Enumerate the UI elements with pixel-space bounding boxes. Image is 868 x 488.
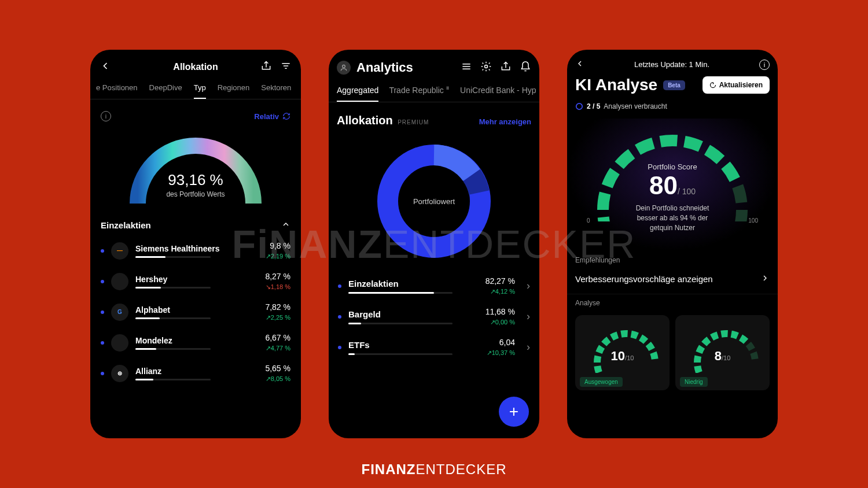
stock-row[interactable]: G Alphabet 7,82 % ↗2,25 %	[90, 297, 301, 327]
show-more-link[interactable]: Mehr anzeigen	[479, 117, 531, 126]
stock-row[interactable]: Hershey 8,27 % ↘1,18 %	[90, 266, 301, 297]
series-dot	[338, 346, 341, 349]
phone-analytics: Analytics AggregatedTrade Republic ⏸UniC…	[329, 50, 539, 438]
stock-name: Mondelez	[135, 336, 258, 345]
section-einzelaktien: Einzelaktien	[101, 220, 151, 230]
svg-point-7	[485, 65, 488, 68]
share-icon[interactable]	[500, 61, 512, 75]
category-row[interactable]: Einzelaktien 82,27 % ↗4,12 % ›	[329, 271, 539, 301]
category-name: Einzelaktien	[348, 279, 479, 289]
tab-e-positionen[interactable]: e Positionen	[96, 83, 138, 99]
tab-regionen[interactable]: Regionen	[218, 83, 250, 99]
chevron-right-icon: ›	[527, 310, 530, 323]
avatar-button[interactable]	[337, 61, 351, 75]
share-icon[interactable]	[260, 60, 272, 74]
score-value: 80	[649, 171, 678, 200]
stock-pct: 7,82 %	[265, 302, 290, 312]
category-name: ETFs	[348, 340, 480, 350]
gear-icon[interactable]	[480, 61, 492, 75]
stock-row[interactable]: ⊜ Allianz 5,65 % ↗8,05 %	[90, 358, 301, 389]
stock-change: ↗2,19 %	[266, 253, 290, 260]
recommendations-heading: Empfehlungen	[567, 252, 778, 267]
stock-name: Hershey	[135, 275, 258, 284]
category-row[interactable]: ETFs 6,04 ↗10,37 % ›	[329, 332, 539, 363]
tab-trade-republic[interactable]: Trade Republic ⏸	[389, 86, 450, 102]
category-pct: 82,27 %	[486, 276, 515, 286]
back-button[interactable]	[100, 60, 123, 74]
chevron-right-icon	[760, 273, 770, 284]
stock-row[interactable]: — Siemens Healthineers 9,8 % ↗2,19 %	[90, 235, 301, 266]
toggle-relativ[interactable]: Relativ	[254, 112, 290, 121]
series-dot	[101, 341, 104, 345]
category-row[interactable]: Bargeld 11,68 % ↗0,00 % ›	[329, 301, 539, 332]
info-icon[interactable]: i	[759, 60, 770, 70]
page-title: KI Analyse	[575, 76, 657, 94]
phones-row: Allokation e PositionenDeepDiveTypRegion…	[0, 0, 868, 488]
tab-sektoren[interactable]: Sektoren	[261, 83, 291, 99]
add-button[interactable]: +	[499, 397, 529, 427]
phone-ki-analyse: Letztes Update: 1 Min. i KI Analyse Beta…	[567, 50, 778, 438]
category-change: ↗10,37 %	[487, 349, 515, 357]
series-dot	[101, 310, 104, 314]
svg-point-9	[576, 103, 583, 110]
stock-logo: G	[111, 304, 128, 321]
last-update-label: Letztes Update: 1 Min.	[634, 60, 709, 69]
stock-pct: 8,27 %	[265, 272, 290, 281]
stock-name: Allianz	[135, 367, 258, 376]
info-icon[interactable]: i	[101, 111, 111, 121]
card-score: 10/10	[575, 349, 670, 364]
stock-logo: —	[111, 242, 128, 260]
stock-change: ↘1,18 %	[265, 283, 290, 291]
stock-name: Alphabet	[135, 305, 258, 315]
stock-name: Siemens Healthineers	[135, 244, 259, 253]
score-label: Portfolio Score	[567, 162, 778, 171]
series-dot	[101, 280, 104, 283]
score-gauge: Portfolio Score 80/ 100 Dein Portfolio s…	[567, 119, 778, 252]
series-dot	[101, 372, 104, 375]
category-pct: 11,68 %	[486, 307, 515, 316]
analyse-card[interactable]: 10/10 Ausgewogen	[575, 315, 670, 390]
stock-pct: 6,67 %	[265, 333, 290, 342]
stock-row[interactable]: Mondelez 6,67 % ↗4,77 %	[90, 327, 301, 358]
stock-logo	[111, 334, 128, 352]
gauge-chart: 93,16 % des Portfolio Werts	[90, 128, 301, 215]
page-title: Analytics	[356, 60, 455, 75]
gauge-value: 93,16 %	[90, 171, 301, 189]
analyse-card[interactable]: 8/10 Niedrig	[675, 315, 770, 390]
card-tag: Ausgewogen	[580, 377, 623, 387]
chevron-right-icon: ›	[527, 280, 530, 292]
stock-change: ↗8,05 %	[265, 375, 290, 383]
filter-icon[interactable]	[280, 60, 292, 74]
analyse-heading: Analyse	[567, 294, 778, 309]
series-dot	[338, 284, 341, 288]
stock-pct: 5,65 %	[265, 364, 290, 373]
premium-badge: PREMIUM	[398, 119, 429, 125]
back-button[interactable]	[575, 59, 584, 70]
beta-badge: Beta	[663, 80, 685, 90]
footer-logo: FINANZENTDECKER	[361, 461, 506, 478]
tabs-accounts: AggregatedTrade Republic ⏸UniCredit Bank…	[329, 77, 539, 102]
chevron-right-icon: ›	[527, 341, 530, 353]
stock-pct: 9,8 %	[266, 241, 290, 250]
gauge-subtitle: des Portfolio Werts	[90, 190, 301, 198]
series-dot	[338, 315, 341, 319]
category-change: ↗0,00 %	[486, 319, 515, 326]
section-title: Allokation	[337, 114, 393, 127]
page-title: Allokation	[123, 62, 269, 72]
donut-center-label: Portfoliowert	[413, 197, 455, 206]
score-description: Dein Portfolio schneidet besser ab als 9…	[567, 204, 778, 232]
donut-chart: Portfoliowert	[329, 132, 539, 271]
tab-deepdive[interactable]: DeepDive	[149, 83, 182, 99]
show-suggestions-row[interactable]: Verbesserungsvorschläge anzeigen	[567, 267, 778, 294]
refresh-button[interactable]: Aktualisieren	[703, 76, 770, 94]
phone-allokation: Allokation e PositionenDeepDiveTypRegion…	[90, 50, 301, 438]
tab-aggregated[interactable]: Aggregated	[337, 86, 378, 102]
collapse-icon[interactable]	[281, 220, 290, 231]
menu-icon[interactable]	[461, 61, 472, 75]
bell-icon[interactable]	[520, 61, 531, 75]
stock-change: ↗4,77 %	[265, 345, 290, 352]
series-dot	[101, 249, 104, 253]
tab-unicredit-bank-hyp[interactable]: UniCredit Bank - Hyp	[460, 86, 536, 102]
card-score: 8/10	[675, 349, 770, 364]
tab-typ[interactable]: Typ	[194, 83, 206, 99]
